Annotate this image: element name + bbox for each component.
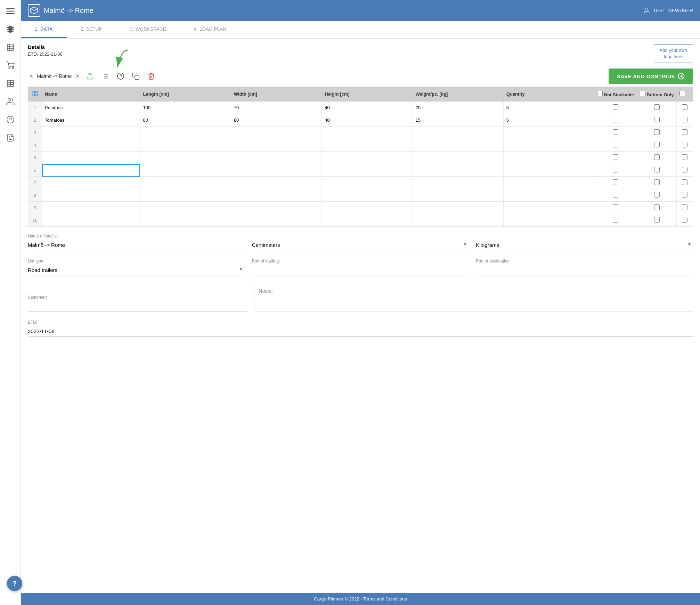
cell-quantity[interactable]: [503, 114, 594, 127]
cell-bottom-only[interactable]: [637, 102, 677, 114]
cell-quantity[interactable]: [503, 214, 594, 227]
tab-data[interactable]: 1. DATA: [21, 21, 67, 38]
height-input[interactable]: [325, 155, 409, 160]
cell-weight[interactable]: [413, 114, 503, 127]
cell-name[interactable]: [42, 127, 140, 139]
bottom-only-checkbox[interactable]: [654, 117, 660, 122]
not-stackable-checkbox[interactable]: [613, 204, 618, 210]
cell-not-stackable[interactable]: [594, 202, 637, 214]
height-input[interactable]: [325, 105, 409, 110]
extra-checkbox[interactable]: [682, 167, 687, 172]
tab-setup[interactable]: 2. SETUP: [67, 21, 116, 38]
sidebar-item-cargo[interactable]: [3, 58, 18, 73]
cell-not-stackable[interactable]: [594, 189, 637, 202]
notes-textarea[interactable]: Notes:: [254, 284, 693, 312]
tab-load-plan[interactable]: 4. LOAD PLAN: [180, 21, 240, 38]
width-input[interactable]: [234, 168, 319, 173]
height-input[interactable]: [325, 118, 409, 123]
cell-name[interactable]: [42, 152, 140, 164]
width-input[interactable]: [234, 105, 319, 110]
weight-input[interactable]: [416, 180, 500, 185]
length-input[interactable]: [143, 205, 228, 210]
cell-weight[interactable]: [413, 177, 503, 189]
cell-bottom-only[interactable]: [637, 189, 677, 202]
not-stackable-checkbox[interactable]: [613, 217, 618, 223]
cell-extra[interactable]: [677, 214, 693, 227]
length-input[interactable]: [143, 118, 228, 123]
cell-length[interactable]: [140, 139, 231, 152]
sidebar-item-question[interactable]: [3, 112, 18, 127]
quantity-input[interactable]: [506, 193, 591, 198]
next-button[interactable]: >: [73, 71, 81, 81]
cell-not-stackable[interactable]: [594, 114, 637, 127]
copy-button[interactable]: [130, 70, 142, 82]
customer-input[interactable]: [28, 301, 247, 312]
length-input[interactable]: [143, 143, 228, 148]
cell-height[interactable]: [322, 152, 413, 164]
cell-width[interactable]: [231, 164, 321, 177]
extra-checkbox[interactable]: [682, 117, 687, 122]
cell-not-stackable[interactable]: [594, 152, 637, 164]
name-input[interactable]: [45, 205, 137, 210]
weight-input[interactable]: [416, 193, 500, 198]
cell-extra[interactable]: [677, 189, 693, 202]
quantity-input[interactable]: [506, 118, 591, 123]
extra-checkbox[interactable]: [682, 192, 687, 197]
height-input[interactable]: [325, 143, 409, 148]
not-stackable-checkbox[interactable]: [613, 129, 618, 135]
cell-name[interactable]: [42, 189, 140, 202]
weight-input[interactable]: [416, 105, 500, 110]
cell-width[interactable]: [231, 152, 321, 164]
extra-checkbox[interactable]: [682, 104, 687, 110]
quantity-input[interactable]: [506, 155, 591, 160]
length-input[interactable]: [143, 155, 228, 160]
name-input[interactable]: [45, 130, 137, 135]
not-stackable-checkbox[interactable]: [613, 117, 618, 122]
extra-checkbox[interactable]: [682, 217, 687, 223]
sidebar-item-building[interactable]: [3, 40, 18, 55]
extra-header-checkbox[interactable]: [679, 91, 685, 96]
cell-name[interactable]: [42, 102, 140, 114]
quantity-input[interactable]: [506, 180, 591, 185]
extra-checkbox[interactable]: [682, 142, 687, 147]
name-input[interactable]: [45, 180, 137, 185]
cell-length[interactable]: [140, 152, 231, 164]
cell-length[interactable]: [140, 177, 231, 189]
cell-height[interactable]: [322, 177, 413, 189]
cell-bottom-only[interactable]: [637, 139, 677, 152]
bottom-only-checkbox[interactable]: [654, 204, 660, 210]
list-button[interactable]: [99, 70, 112, 82]
bottom-only-checkbox[interactable]: [654, 192, 660, 197]
cell-name[interactable]: [42, 202, 140, 214]
weight-input[interactable]: [416, 205, 500, 210]
cell-length[interactable]: [140, 127, 231, 139]
width-input[interactable]: [234, 180, 319, 185]
name-input[interactable]: [45, 168, 137, 173]
length-input[interactable]: [143, 168, 228, 173]
cell-height[interactable]: [322, 102, 413, 114]
list-type-select[interactable]: Road trailers Sea containers Air pallets: [28, 265, 245, 275]
cell-width[interactable]: [231, 177, 321, 189]
cell-length[interactable]: [140, 202, 231, 214]
cell-not-stackable[interactable]: [594, 102, 637, 114]
length-input[interactable]: [143, 130, 228, 135]
length-input[interactable]: [143, 105, 228, 110]
cell-not-stackable[interactable]: [594, 164, 637, 177]
sidebar-item-layers[interactable]: [3, 22, 18, 37]
name-input[interactable]: [45, 143, 137, 148]
cell-length[interactable]: [140, 164, 231, 177]
cell-quantity[interactable]: [503, 127, 594, 139]
quantity-input[interactable]: [506, 130, 591, 135]
quantity-input[interactable]: [506, 168, 591, 173]
cell-width[interactable]: [231, 102, 321, 114]
etd-input[interactable]: [28, 326, 693, 337]
cell-name[interactable]: [42, 139, 140, 152]
length-input[interactable]: [143, 218, 228, 223]
cell-extra[interactable]: [677, 127, 693, 139]
bottom-only-checkbox[interactable]: [654, 129, 660, 135]
cell-height[interactable]: [322, 127, 413, 139]
weight-select[interactable]: Kilograms Pounds: [476, 240, 693, 250]
port-loading-input[interactable]: [252, 265, 469, 275]
bottom-only-checkbox[interactable]: [654, 154, 660, 160]
extra-checkbox[interactable]: [682, 129, 687, 135]
